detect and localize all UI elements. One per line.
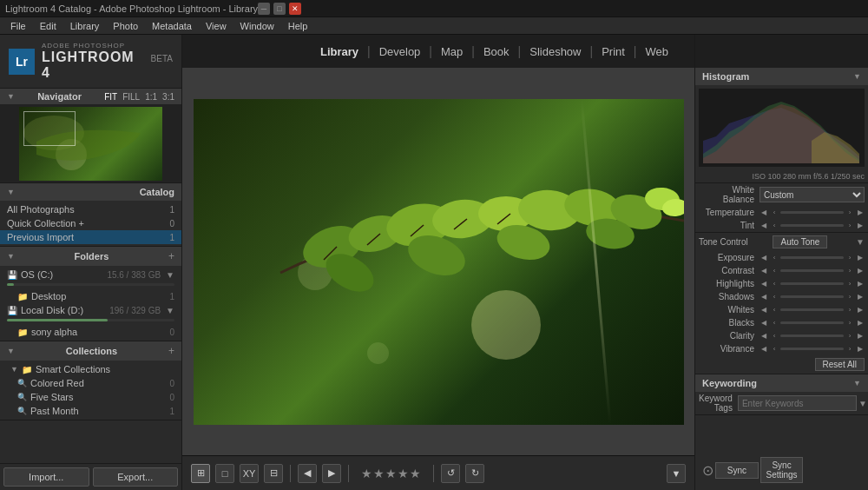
nav-map[interactable]: Map [432, 45, 471, 58]
temp-right[interactable]: ▶ [856, 209, 865, 216]
catalog-item-all[interactable]: All Photographs 1 [0, 202, 181, 216]
sync-button[interactable]: Sync [715, 462, 759, 479]
folders-header[interactable]: ▼ Folders + [0, 247, 181, 266]
catalog-item-quick[interactable]: Quick Collection + 0 [0, 216, 181, 230]
bl-a1[interactable]: ◀ [760, 319, 768, 327]
nav-develop[interactable]: Develop [371, 45, 430, 58]
rotate-right-button[interactable]: ↻ [465, 464, 484, 483]
minimize-button[interactable]: ─ [258, 3, 270, 15]
temp-left[interactable]: ◀ [760, 209, 768, 216]
collections-header[interactable]: ▼ Collections + [0, 341, 181, 361]
histogram-header[interactable]: Histogram ▼ [695, 68, 868, 85]
tone-expand-icon[interactable]: ▼ [856, 237, 865, 247]
cl-a3[interactable]: › [845, 332, 854, 340]
hi-track[interactable] [780, 282, 844, 285]
cl-a2[interactable]: ‹ [770, 332, 779, 340]
menu-window[interactable]: Window [233, 17, 281, 35]
rotate-left-button[interactable]: ↺ [441, 464, 460, 483]
zoom-1to1[interactable]: 1:1 [145, 92, 157, 102]
cl-a1[interactable]: ◀ [760, 332, 768, 340]
exp-a4[interactable]: ▶ [856, 254, 865, 262]
wh-a4[interactable]: ▶ [856, 306, 865, 314]
exp-a3[interactable]: › [845, 254, 854, 262]
keyword-input[interactable] [738, 395, 857, 411]
auto-tone-button[interactable]: Auto Tone [773, 235, 827, 248]
hi-a1[interactable]: ◀ [760, 280, 768, 288]
wh-a2[interactable]: ‹ [770, 306, 779, 314]
sh-a1[interactable]: ◀ [760, 293, 768, 301]
folder-item-sony[interactable]: 📁 sony alpha 0 [0, 325, 181, 339]
hi-a2[interactable]: ‹ [770, 280, 779, 288]
menu-view[interactable]: View [199, 17, 233, 35]
cl-track[interactable] [780, 334, 844, 337]
hi-a4[interactable]: ▶ [856, 280, 865, 288]
folder-item-desktop[interactable]: 📁 Desktop 1 [0, 289, 181, 303]
view-survey-button[interactable]: ⊟ [264, 464, 283, 483]
star-1[interactable]: ★ [361, 467, 372, 480]
temp-arrow2[interactable]: › [845, 209, 854, 216]
vi-a1[interactable]: ◀ [760, 345, 768, 353]
wh-track[interactable] [780, 308, 844, 311]
zoom-3to1[interactable]: 3:1 [162, 92, 174, 102]
exp-a1[interactable]: ◀ [760, 254, 768, 262]
con-a3[interactable]: › [845, 267, 854, 275]
temp-arrow1[interactable]: ‹ [770, 209, 779, 216]
keywording-header[interactable]: Keywording ▼ [695, 374, 868, 392]
view-compare-button[interactable]: XY [240, 464, 259, 483]
bl-a2[interactable]: ‹ [770, 319, 779, 327]
tint-arrow2[interactable]: › [845, 222, 854, 229]
wb-select[interactable]: Custom Auto Daylight Cloudy [760, 187, 865, 202]
bl-a4[interactable]: ▶ [856, 319, 865, 327]
vi-track[interactable] [780, 348, 844, 350]
reset-all-button[interactable]: Reset All [815, 358, 865, 371]
maximize-button[interactable]: □ [273, 3, 286, 15]
nav-web[interactable]: Web [637, 45, 678, 58]
tint-right[interactable]: ▶ [856, 222, 865, 229]
folders-add-icon[interactable]: + [168, 250, 174, 262]
next-photo-button[interactable]: ▶ [322, 464, 341, 483]
collections-add-icon[interactable]: + [168, 345, 174, 357]
collection-colored-red[interactable]: 🔍 Colored Red 0 [0, 376, 181, 390]
menu-file[interactable]: File [3, 17, 33, 35]
folder-item-d[interactable]: 💾 Local Disk (D:) 196 / 329 GB ▼ [0, 303, 181, 317]
menu-help[interactable]: Help [281, 17, 315, 35]
vi-a3[interactable]: › [845, 345, 854, 353]
con-a1[interactable]: ◀ [760, 267, 768, 275]
tint-arrow1[interactable]: ‹ [770, 222, 779, 229]
tint-left[interactable]: ◀ [760, 222, 768, 229]
star-5[interactable]: ★ [410, 467, 421, 480]
temp-track[interactable] [780, 211, 844, 214]
view-grid-button[interactable]: ⊞ [191, 464, 210, 483]
collection-past-month[interactable]: 🔍 Past Month 1 [0, 404, 181, 418]
cl-a4[interactable]: ▶ [856, 332, 865, 340]
exp-track[interactable] [780, 256, 844, 259]
sh-track[interactable] [780, 295, 844, 298]
keyword-dropdown[interactable]: ▼ [858, 399, 867, 408]
hi-a3[interactable]: › [845, 280, 854, 288]
vi-a4[interactable]: ▶ [856, 345, 865, 353]
import-button[interactable]: Import... [3, 467, 89, 487]
menu-library[interactable]: Library [63, 17, 107, 35]
nav-book[interactable]: Book [475, 45, 518, 58]
toolbar-dropdown[interactable]: ▼ [667, 464, 686, 483]
catalog-item-previous[interactable]: Previous Import 1 [0, 230, 181, 244]
sync-settings-button[interactable]: Sync Settings [760, 457, 804, 483]
sync-icon[interactable]: ⊙ [702, 462, 713, 479]
con-a4[interactable]: ▶ [856, 267, 865, 275]
star-3[interactable]: ★ [385, 467, 397, 480]
view-loupe-button[interactable]: □ [215, 464, 234, 483]
menu-photo[interactable]: Photo [106, 17, 145, 35]
sh-a2[interactable]: ‹ [770, 293, 779, 301]
bl-a3[interactable]: › [845, 319, 854, 327]
smart-collections-group[interactable]: ▼ 📁 Smart Collections [0, 362, 181, 376]
con-a2[interactable]: ‹ [770, 267, 779, 275]
con-track[interactable] [780, 269, 844, 272]
vi-a2[interactable]: ‹ [770, 345, 779, 353]
bl-track[interactable] [780, 321, 844, 324]
wh-a1[interactable]: ◀ [760, 306, 768, 314]
sh-a3[interactable]: › [845, 293, 854, 301]
exp-a2[interactable]: ‹ [770, 254, 779, 262]
export-button[interactable]: Export... [93, 467, 179, 487]
star-2[interactable]: ★ [373, 467, 385, 480]
nav-print[interactable]: Print [593, 45, 634, 58]
